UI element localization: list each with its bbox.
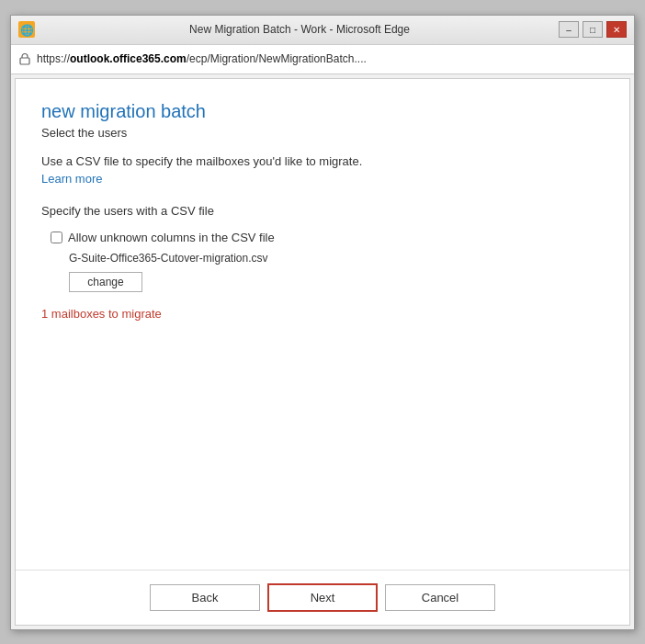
checkbox-label: Allow unknown columns in the CSV file <box>68 231 275 244</box>
close-button[interactable]: ✕ <box>606 21 627 38</box>
window-controls: – □ ✕ <box>559 21 627 38</box>
checkbox-row: Allow unknown columns in the CSV file <box>51 231 604 244</box>
info-text: Use a CSV file to specify the mailboxes … <box>41 154 604 168</box>
change-button[interactable]: change <box>69 272 142 292</box>
main-content: new migration batch Select the users Use… <box>16 79 629 570</box>
window-title: New Migration Batch - Work - Microsoft E… <box>40 23 559 36</box>
minimize-button[interactable]: – <box>559 21 579 38</box>
section-label: Specify the users with a CSV file <box>41 204 604 218</box>
content-area: new migration batch Select the users Use… <box>15 78 630 626</box>
csv-filename: G-Suite-Office365-Cutover-migration.csv <box>69 252 604 265</box>
cancel-button[interactable]: Cancel <box>385 584 495 611</box>
svg-text:🌐: 🌐 <box>20 23 34 37</box>
browser-window: 🌐 New Migration Batch - Work - Microsoft… <box>10 15 635 630</box>
url-path: /ecp/Migration/NewMigrationBatch.... <box>187 52 367 65</box>
learn-more-link[interactable]: Learn more <box>41 172 102 186</box>
titlebar: 🌐 New Migration Batch - Work - Microsoft… <box>11 16 634 45</box>
svg-rect-2 <box>20 58 29 64</box>
page-subheading: Select the users <box>41 126 604 140</box>
count-text: mailboxes to migrate <box>48 307 162 321</box>
back-button[interactable]: Back <box>150 584 260 611</box>
footer: Back Next Cancel <box>16 570 629 625</box>
maximize-button[interactable]: □ <box>583 21 603 38</box>
page-heading: new migration batch <box>41 101 604 122</box>
form-section: Allow unknown columns in the CSV file G-… <box>41 231 604 292</box>
unknown-columns-checkbox[interactable] <box>51 232 62 243</box>
browser-icon: 🌐 <box>18 21 35 38</box>
url-domain: outlook.office365.com <box>70 52 187 65</box>
addressbar: https://outlook.office365.com/ecp/Migrat… <box>11 45 634 74</box>
address-text: https://outlook.office365.com/ecp/Migrat… <box>37 52 367 65</box>
next-button[interactable]: Next <box>267 583 378 612</box>
lock-icon <box>18 52 31 65</box>
url-prefix: https:// <box>37 52 70 65</box>
mailbox-count: 1 mailboxes to migrate <box>41 307 604 321</box>
